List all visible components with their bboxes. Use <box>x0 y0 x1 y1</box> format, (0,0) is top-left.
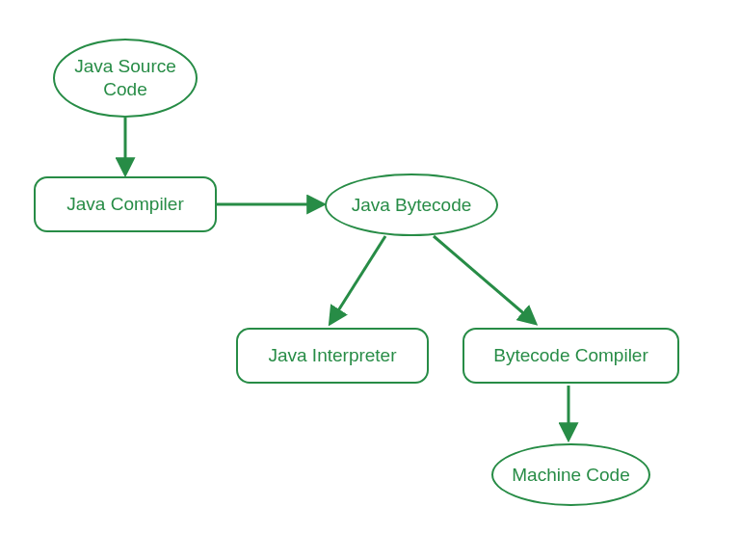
node-java-source-code: Java SourceCode <box>53 39 198 118</box>
node-label: Java Compiler <box>66 193 183 216</box>
node-label: Java SourceCode <box>74 55 176 101</box>
node-label: Machine Code <box>512 464 630 487</box>
node-label: Bytecode Compiler <box>493 344 648 367</box>
svg-line-2 <box>330 236 385 323</box>
svg-line-3 <box>434 236 535 323</box>
node-java-bytecode: Java Bytecode <box>325 173 498 236</box>
node-machine-code: Machine Code <box>491 443 650 506</box>
node-java-interpreter: Java Interpreter <box>236 328 429 384</box>
node-label: Java Interpreter <box>268 344 396 367</box>
node-label: Java Bytecode <box>352 194 472 217</box>
node-bytecode-compiler: Bytecode Compiler <box>462 328 679 384</box>
node-java-compiler: Java Compiler <box>34 176 217 232</box>
